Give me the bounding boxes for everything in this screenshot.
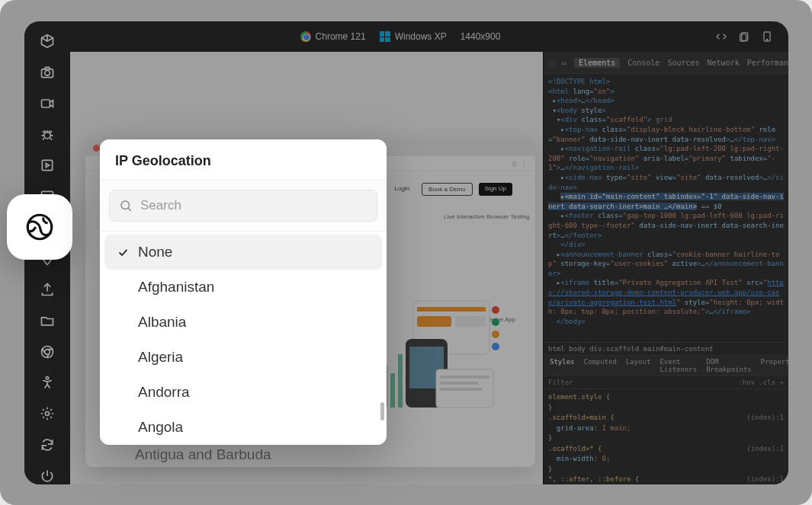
svg-point-23 [492, 343, 499, 350]
accessibility-icon[interactable] [36, 374, 59, 392]
svg-rect-13 [740, 34, 746, 41]
devtools-panel: ⬚ ▭ Elements Console Sources Network Per… [543, 52, 788, 484]
svg-rect-17 [417, 307, 486, 312]
browser-chip: Chrome 121 [300, 31, 366, 42]
logo-icon[interactable] [36, 33, 59, 50]
svg-point-15 [766, 39, 767, 40]
styles-pane[interactable]: element.style { } .scaffold>main {(index… [544, 389, 788, 484]
country-list[interactable]: None Afghanistan Albania Algeria Andorra… [100, 232, 387, 445]
chrome-icon [300, 31, 311, 42]
hero-label-1: Live Interactive Browser Testing [444, 213, 530, 221]
filter-controls[interactable]: :hov .cls + [738, 379, 784, 386]
svg-point-35 [121, 201, 130, 209]
bug-icon[interactable] [36, 126, 59, 143]
svg-point-20 [492, 306, 499, 314]
folder-icon[interactable] [36, 312, 59, 330]
svg-rect-2 [42, 100, 50, 107]
devtools-tab-console[interactable]: Console [627, 59, 660, 67]
svg-rect-33 [398, 354, 403, 408]
computed-tab[interactable]: Computed [584, 358, 617, 373]
code-icon[interactable] [715, 30, 727, 43]
chrome-icon[interactable] [36, 343, 59, 360]
svg-rect-29 [440, 388, 482, 391]
breakpoints-tab[interactable]: DOM Breakpoints [706, 358, 752, 373]
topbar: Chrome 121 Windows XP 1440x900 [70, 21, 788, 52]
svg-point-1 [45, 71, 50, 76]
device-icon[interactable] [761, 30, 773, 43]
devtools-dom-tree[interactable]: <!DOCTYPE html> <html lang="en"> ▸<head>… [544, 74, 788, 342]
svg-rect-18 [417, 316, 451, 327]
sync-icon[interactable] [36, 436, 59, 454]
list-item[interactable]: Angola [104, 410, 382, 445]
book-demo-button[interactable]: Book a Demo [422, 183, 472, 196]
svg-rect-28 [440, 382, 478, 385]
devtools-tab-sources[interactable]: Sources [667, 59, 699, 67]
svg-point-11 [46, 412, 50, 416]
svg-point-9 [45, 349, 50, 354]
svg-rect-32 [390, 373, 395, 408]
list-item[interactable]: None [104, 235, 382, 270]
devtools-tab-performance[interactable]: Performance [747, 59, 788, 67]
search-icon [119, 199, 133, 213]
svg-point-3 [44, 132, 50, 138]
layout-tab[interactable]: Layout [626, 358, 651, 373]
devtools-tab-elements[interactable]: Elements [574, 58, 620, 68]
svg-rect-19 [455, 316, 486, 327]
active-tool-globe[interactable] [7, 194, 72, 260]
styles-tab[interactable]: Styles [550, 358, 575, 373]
scrollbar-thumb[interactable] [380, 402, 384, 420]
os-chip: Windows XP [380, 31, 447, 42]
geolocation-popover: IP Geolocation None Afghanistan Albania … [100, 139, 387, 445]
popover-title: IP Geolocation [115, 153, 371, 169]
geolocation-overflow-item[interactable]: Antigua and Barbuda [135, 446, 271, 463]
devtools-styles-tabs: Styles Computed Layout Event Listeners D… [544, 356, 788, 376]
devtools-tabs: ⬚ ▭ Elements Console Sources Network Per… [544, 52, 788, 74]
settings-icon[interactable] [36, 405, 59, 423]
list-item[interactable]: Afghanistan [104, 270, 382, 305]
svg-rect-4 [42, 161, 52, 171]
upload-icon[interactable] [36, 281, 59, 299]
login-link[interactable]: Login [388, 183, 416, 196]
list-item[interactable]: Albania [104, 305, 382, 340]
search-box[interactable] [109, 190, 377, 222]
svg-point-22 [492, 331, 499, 338]
devtools-breadcrumb[interactable]: html body div.scaffold main#main-content [544, 342, 788, 355]
devtools-tab-network[interactable]: Network [708, 59, 740, 67]
svg-point-10 [46, 377, 48, 379]
filter-input[interactable]: Filter [548, 379, 573, 386]
listeners-tab[interactable]: Event Listeners [660, 358, 697, 373]
camera-icon[interactable] [36, 64, 59, 82]
video-icon[interactable] [36, 94, 59, 112]
play-icon[interactable] [36, 157, 59, 174]
search-input[interactable] [140, 198, 367, 213]
check-icon [115, 246, 130, 259]
resolution-label: 1440x900 [461, 31, 501, 42]
power-icon[interactable] [36, 467, 59, 484]
list-item[interactable]: Algeria [104, 340, 382, 375]
windows-icon [380, 31, 390, 42]
devtools-device-icon[interactable]: ▭ [562, 59, 566, 67]
svg-rect-27 [440, 376, 489, 379]
properties-tab[interactable]: Properties [761, 358, 788, 373]
clipboard-icon[interactable] [738, 30, 750, 43]
devtools-inspect-icon[interactable]: ⬚ [550, 59, 554, 67]
list-item[interactable]: Andorra [104, 375, 382, 410]
svg-point-21 [492, 318, 499, 326]
signup-button[interactable]: Sign Up [479, 183, 512, 196]
